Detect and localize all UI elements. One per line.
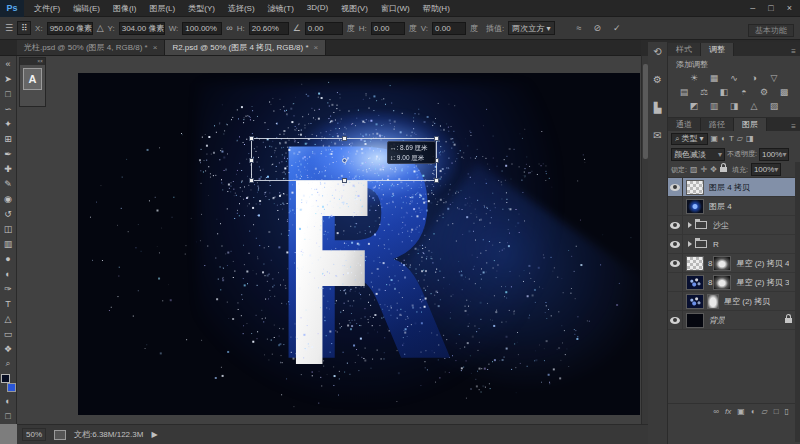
curves-icon[interactable]: ∿ — [728, 73, 740, 83]
filter-smart-objects-icon[interactable]: ◨ — [746, 134, 754, 143]
menu-edit[interactable]: 编辑(E) — [73, 3, 100, 14]
hue-saturation-icon[interactable]: ▤ — [678, 87, 690, 97]
layer-thumbnail[interactable] — [686, 313, 704, 328]
transform-handle[interactable] — [342, 178, 347, 183]
vibrance-icon[interactable]: ▽ — [768, 73, 780, 83]
visibility-toggle[interactable] — [668, 292, 683, 311]
layer-group-row[interactable]: 沙尘 — [668, 216, 800, 235]
filter-adjustment-layers-icon[interactable]: ◐ — [721, 134, 726, 143]
lasso-tool[interactable]: ∽ — [0, 101, 17, 116]
toolbar-collapse-icon[interactable]: « — [0, 56, 17, 71]
close-button[interactable]: × — [787, 3, 792, 13]
menu-window[interactable]: 窗口(W) — [381, 3, 410, 14]
document-tab-active[interactable]: R2.psd @ 50% (图层 4 拷贝, RGB/8) *× — [165, 40, 326, 55]
lock-position-icon[interactable]: ✥ — [710, 165, 717, 174]
layer-row[interactable]: 图层 4 拷贝 — [668, 178, 800, 197]
menu-select[interactable]: 选择(S) — [228, 3, 255, 14]
foreground-color-swatch[interactable] — [1, 374, 10, 383]
mask-link-icon[interactable]: 8 — [708, 259, 712, 268]
zoom-tool[interactable]: ⌕ — [0, 356, 17, 371]
tool-preset-icon[interactable]: ☰ — [5, 23, 13, 33]
black-white-icon[interactable]: ◧ — [718, 87, 730, 97]
group-expand-icon[interactable] — [688, 241, 692, 247]
menu-help[interactable]: 帮助(H) — [423, 3, 450, 14]
document-tab[interactable]: 光柱.psd @ 50% (图层 4, RGB/8) *× — [17, 40, 165, 55]
pen-tool[interactable]: ✑ — [0, 281, 17, 296]
notes-panel-icon[interactable]: ✉ — [653, 130, 661, 141]
layer-thumbnail[interactable] — [686, 180, 704, 195]
color-balance-icon[interactable]: ⚖ — [698, 87, 710, 97]
mask-link-icon[interactable]: 8 — [708, 278, 712, 287]
visibility-toggle[interactable] — [668, 235, 683, 254]
blend-mode-select[interactable]: 颜色减淡▾ — [671, 148, 725, 161]
transform-handle[interactable] — [342, 136, 347, 141]
transform-handle[interactable] — [434, 178, 439, 183]
dodge-tool[interactable]: ◐ — [0, 266, 17, 281]
visibility-toggle[interactable] — [668, 273, 683, 292]
blur-tool[interactable]: ● — [0, 251, 17, 266]
filter-group-layers-icon[interactable]: ▱ — [737, 134, 743, 143]
move-tool[interactable]: ➤ — [0, 71, 17, 86]
skew-v-input[interactable]: 0.00 — [432, 22, 466, 35]
color-swatches[interactable] — [0, 373, 17, 393]
maximize-button[interactable]: □ — [768, 3, 773, 13]
delete-layer-icon[interactable]: ▯ — [785, 407, 789, 416]
history-brush-tool[interactable]: ↺ — [0, 206, 17, 221]
width-input[interactable]: 100.00% — [182, 22, 222, 35]
layer-row[interactable]: 8 星空 (2) 拷贝 4 — [668, 254, 800, 273]
visibility-toggle[interactable] — [668, 311, 683, 330]
canvas-area[interactable]: R F ×× A ↔: 8.69 厘米 ↕: 9.00 厘米 — [17, 56, 641, 424]
histogram-panel-icon[interactable]: ▙ — [654, 102, 662, 113]
eyedropper-tool[interactable]: ✒ — [0, 146, 17, 161]
channel-mixer-icon[interactable]: ⚙ — [758, 87, 770, 97]
floating-panel[interactable]: ×× A — [19, 57, 46, 107]
link-layers-icon[interactable]: ∞ — [713, 407, 719, 416]
panel-menu-icon[interactable]: ≡ — [787, 47, 800, 56]
menu-layer[interactable]: 图层(L) — [149, 3, 175, 14]
angle-input[interactable]: 0.00 — [305, 22, 343, 35]
document-canvas[interactable]: R F — [78, 73, 640, 415]
healing-brush-tool[interactable]: ✚ — [0, 161, 17, 176]
visibility-toggle[interactable] — [668, 178, 683, 197]
opacity-input[interactable]: 100%▾ — [759, 148, 789, 161]
layer-row[interactable]: 星空 (2) 拷贝 — [668, 292, 800, 311]
layer-row[interactable]: 背景 — [668, 311, 800, 330]
new-adjustment-icon[interactable]: ◐ — [751, 407, 756, 416]
gradient-map-icon[interactable]: ▨ — [768, 101, 780, 111]
transform-handle[interactable] — [249, 178, 254, 183]
layer-row[interactable]: 8 星空 (2) 拷贝 3 — [668, 273, 800, 292]
history-panel-icon[interactable]: ⟲ — [653, 46, 661, 57]
transform-reference-point[interactable] — [342, 158, 347, 163]
reference-point-locator[interactable]: ⠿ — [17, 21, 31, 35]
selective-color-icon[interactable]: △ — [748, 101, 760, 111]
hand-tool[interactable]: ❖ — [0, 341, 17, 356]
character-panel-icon[interactable]: A — [23, 68, 42, 90]
menu-view[interactable]: 视图(V) — [341, 3, 368, 14]
y-input[interactable]: 304.00 像素 — [119, 22, 165, 35]
layer-thumbnail[interactable] — [686, 294, 704, 309]
visibility-toggle[interactable] — [668, 197, 683, 216]
cancel-transform-button[interactable]: ⊘ — [594, 23, 602, 33]
photo-filter-icon[interactable]: ◓ — [738, 87, 750, 97]
layer-style-icon[interactable]: fx — [725, 407, 731, 416]
menu-filter[interactable]: 滤镜(T) — [268, 3, 294, 14]
workspace-switcher[interactable]: 基本功能 — [748, 24, 794, 37]
new-layer-icon[interactable]: □ — [774, 407, 779, 416]
visibility-toggle[interactable] — [668, 254, 683, 273]
path-select-tool[interactable]: △ — [0, 311, 17, 326]
maintain-aspect-icon[interactable]: ∞ — [226, 23, 232, 33]
minimize-button[interactable]: – — [750, 3, 755, 13]
zoom-level-input[interactable]: 50% — [22, 428, 46, 441]
tab-close-icon[interactable]: × — [314, 43, 319, 52]
skew-h-input[interactable]: 0.00 — [371, 22, 405, 35]
screen-mode-button[interactable]: □ — [0, 408, 17, 423]
properties-panel-icon[interactable]: ⚙ — [653, 74, 662, 85]
gradient-tool[interactable]: ▥ — [0, 236, 17, 251]
group-expand-icon[interactable] — [688, 222, 692, 228]
magic-wand-tool[interactable]: ✦ — [0, 116, 17, 131]
tab-layers[interactable]: 图层 — [734, 118, 767, 131]
layers-scrollbar[interactable] — [795, 162, 800, 442]
tab-close-icon[interactable]: × — [153, 43, 158, 52]
menu-type[interactable]: 类型(Y) — [188, 3, 215, 14]
canvas-scrollbar[interactable] — [641, 56, 648, 424]
